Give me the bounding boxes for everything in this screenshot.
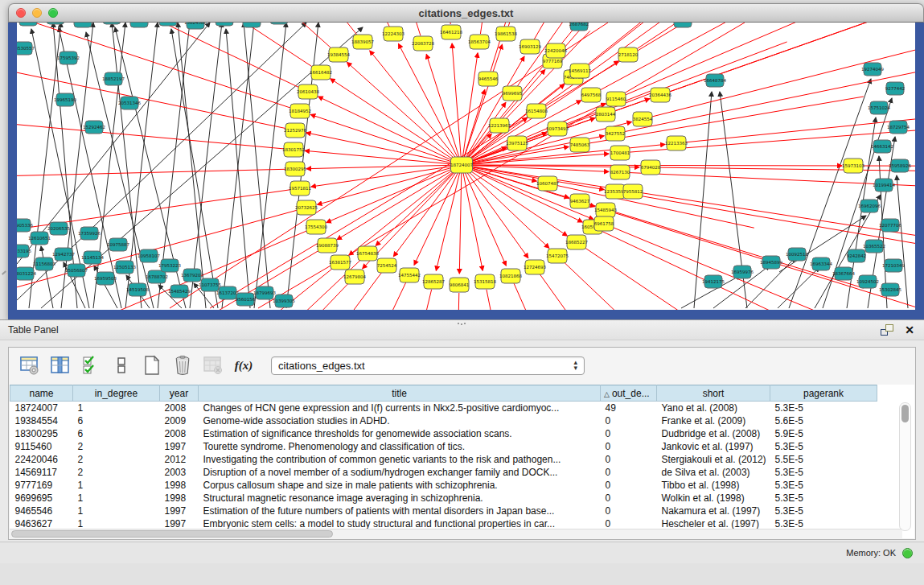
table-row[interactable]: 2242004622012Investigating the contribut… [10, 453, 877, 466]
table-row[interactable]: 977716911998Corpus callosum shape and si… [10, 479, 877, 492]
cell-pagerank[interactable]: 5.5E-5 [770, 453, 877, 466]
graph-node-cited[interactable]: 19571811 [289, 181, 311, 196]
graph-node[interactable]: 17595392 [57, 51, 80, 64]
graph-node-cited[interactable]: 18839057 [351, 35, 374, 49]
graph-node[interactable]: 15485429 [168, 285, 191, 298]
table-header-row[interactable]: namein_degreeyeartitle△out_de...shortpag… [10, 385, 877, 402]
graph-node-cited[interactable]: 10607487 [536, 176, 559, 191]
horizontal-scrollbar-thumb[interactable] [11, 530, 333, 538]
graph-node[interactable]: 20206535 [47, 222, 70, 235]
cell-out_degree[interactable]: 0 [601, 492, 657, 505]
network-canvas[interactable]: 1083563211280952986290112874027104916031… [17, 23, 915, 310]
graph-node[interactable]: 15751024 [868, 101, 890, 114]
graph-node-cited[interactable]: 12679804 [343, 270, 366, 284]
cell-name[interactable]: 22420046 [10, 453, 73, 466]
graph-node-cited[interactable]: 6961758 [594, 216, 614, 231]
cell-short[interactable]: de Silva et al. (2003) [657, 466, 770, 479]
cell-title[interactable]: Changes of HCN gene expression and I(f) … [199, 402, 601, 414]
cell-name[interactable]: 19384554 [10, 414, 73, 427]
cell-year[interactable]: 1998 [160, 479, 199, 492]
cell-year[interactable]: 2008 [160, 427, 199, 440]
graph-node[interactable]: 16959503 [94, 272, 117, 285]
cell-title[interactable]: Investigating the contribution of common… [199, 453, 601, 466]
graph-node-cited[interactable]: 12213363 [665, 136, 688, 150]
graph-node[interactable]: 15302845 [879, 283, 901, 296]
cell-pagerank[interactable]: 5.3E-5 [770, 466, 877, 479]
graph-node[interactable]: 12610651 [28, 232, 51, 245]
table-row[interactable]: 946554611997Estimation of the future num… [10, 505, 877, 517]
cell-out_degree[interactable]: 0 [601, 505, 657, 517]
cell-name[interactable]: 9699695 [10, 492, 73, 505]
graph-node[interactable]: 18031224 [17, 267, 36, 280]
cell-out_degree[interactable]: 49 [601, 402, 657, 414]
graph-node-cited[interactable]: 15472075 [546, 249, 569, 263]
zoom-window-icon[interactable] [48, 8, 58, 18]
graph-node-cited[interactable]: 2803144 [596, 107, 616, 122]
graph-node-cited[interactable]: 19088739 [316, 238, 339, 253]
cell-year[interactable]: 2012 [160, 453, 199, 466]
graph-node-cited[interactable]: 16154808 [525, 104, 548, 118]
graph-node-cited[interactable]: 16616482 [310, 65, 332, 80]
graph-node-cited[interactable]: 21252976 [284, 123, 306, 138]
graph-node-cited[interactable]: 12213967 [488, 118, 511, 133]
cell-title[interactable]: Tourette syndrome. Phenomenology and cla… [199, 440, 601, 453]
cell-pagerank[interactable]: 5.3E-5 [770, 492, 877, 505]
minimize-window-icon[interactable] [32, 8, 42, 18]
graph-node[interactable]: 20530557 [17, 42, 35, 55]
graph-node-cited[interactable]: 9465546 [478, 72, 499, 86]
graph-node[interactable]: 10092512 [786, 248, 808, 261]
cell-title[interactable]: Estimation of the future numbers of pati… [199, 505, 601, 517]
cell-in_degree[interactable]: 2 [73, 440, 160, 453]
graph-node-cited[interactable]: 7485063 [570, 138, 590, 152]
cell-in_degree[interactable]: 1 [73, 402, 160, 414]
graph-node-cited[interactable]: 15315818 [474, 274, 496, 289]
graph-node-cited[interactable]: 2718120 [618, 47, 639, 62]
graph-node-cited[interactable]: 9115460 [606, 92, 626, 106]
graph-node[interactable]: 21905336 [17, 219, 33, 232]
graph-node[interactable]: 19274049 [861, 63, 884, 76]
graph-node[interactable]: 8131074 [673, 23, 693, 27]
graph-node[interactable]: 10365522 [863, 240, 885, 253]
graph-node[interactable]: 18945899 [760, 256, 782, 269]
cell-short[interactable]: Nakamura et al. (1997) [657, 505, 770, 517]
cell-year[interactable]: 1998 [160, 492, 199, 505]
graph-node[interactable]: 10975887 [107, 238, 129, 251]
graph-node[interactable]: 12077706 [879, 219, 901, 232]
cell-title[interactable]: Corpus callosum shape and size in male p… [199, 479, 601, 492]
node-table[interactable]: namein_degreeyeartitle△out_de...shortpag… [10, 385, 877, 530]
cell-short[interactable]: Tibbo et al. (1998) [657, 479, 770, 492]
cell-in_degree[interactable]: 6 [73, 427, 160, 440]
graph-node[interactable]: 19965190 [54, 93, 76, 106]
graph-node[interactable]: 15824388 [184, 23, 207, 29]
graph-node-cited[interactable]: 12224303 [382, 27, 405, 41]
graph-node[interactable]: 12959742 [268, 23, 290, 24]
graph-node[interactable]: 17210349 [882, 259, 905, 272]
graph-node[interactable]: 16648784 [704, 74, 726, 87]
graph-node-cited[interactable]: 16903129 [519, 39, 541, 54]
cell-in_degree[interactable]: 6 [73, 414, 160, 427]
graph-node[interactable]: 13679203 [181, 269, 203, 282]
graph-node[interactable]: 14519508 [126, 283, 149, 296]
column-header-title[interactable]: title [199, 385, 601, 402]
splitter-grip[interactable] [457, 322, 466, 326]
graph-node-cited[interactable]: 9463627 [570, 194, 590, 208]
cell-name[interactable]: 18724007 [10, 402, 73, 414]
graph-node[interactable]: 15958926 [889, 159, 911, 172]
graph-node-cited[interactable]: 22420046 [544, 43, 567, 58]
graph-node[interactable]: 11156803 [33, 257, 55, 270]
graph-node[interactable]: 9862901 [73, 23, 93, 27]
graph-node-cited[interactable]: 20610438 [297, 84, 319, 99]
graph-node[interactable]: 15056807 [65, 264, 88, 277]
network-window-titlebar[interactable]: citations_edges.txt [8, 3, 924, 23]
graph-node[interactable]: 11431683 [157, 23, 179, 26]
graph-node-cited[interactable]: 9806841 [450, 278, 470, 292]
graph-node-cited[interactable]: 18563704 [468, 35, 491, 49]
graph-node[interactable]: 10924502 [856, 275, 879, 288]
graph-node-cited[interactable]: 13975125 [506, 136, 528, 150]
graph-node[interactable]: 18852197 [102, 72, 125, 85]
graph-node-cited[interactable]: 9699695 [503, 86, 523, 101]
vertical-scrollbar[interactable] [899, 402, 911, 531]
cell-name[interactable]: 9115460 [10, 440, 73, 453]
graph-node[interactable]: 10491603 [128, 23, 150, 27]
cell-year[interactable]: 2008 [160, 402, 199, 414]
